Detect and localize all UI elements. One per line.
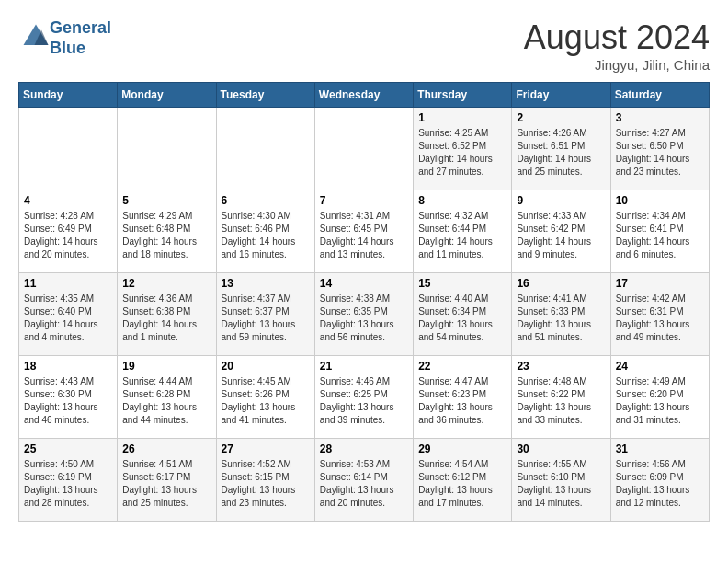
day-info: Sunrise: 4:43 AM Sunset: 6:30 PM Dayligh…	[24, 375, 112, 427]
calendar-cell	[216, 108, 314, 190]
calendar-cell: 21Sunrise: 4:46 AM Sunset: 6:25 PM Dayli…	[314, 356, 413, 439]
day-number: 2	[517, 111, 605, 124]
calendar-cell: 19Sunrise: 4:44 AM Sunset: 6:28 PM Dayli…	[118, 356, 216, 439]
calendar-week-5: 25Sunrise: 4:50 AM Sunset: 6:19 PM Dayli…	[19, 439, 710, 522]
calendar-cell: 4Sunrise: 4:28 AM Sunset: 6:49 PM Daylig…	[19, 190, 118, 273]
day-header-saturday: Saturday	[610, 83, 709, 108]
calendar-cell: 24Sunrise: 4:49 AM Sunset: 6:20 PM Dayli…	[610, 356, 709, 439]
day-header-tuesday: Tuesday	[216, 83, 314, 108]
day-number: 20	[222, 360, 310, 373]
calendar-cell: 28Sunrise: 4:53 AM Sunset: 6:14 PM Dayli…	[314, 439, 413, 522]
calendar-cell: 5Sunrise: 4:29 AM Sunset: 6:48 PM Daylig…	[118, 190, 216, 273]
calendar-cell: 11Sunrise: 4:35 AM Sunset: 6:40 PM Dayli…	[19, 273, 118, 356]
day-number: 4	[24, 194, 112, 207]
day-number: 7	[320, 194, 408, 207]
day-info: Sunrise: 4:45 AM Sunset: 6:26 PM Dayligh…	[222, 375, 310, 427]
day-number: 19	[122, 360, 210, 373]
day-number: 14	[320, 277, 408, 290]
day-info: Sunrise: 4:40 AM Sunset: 6:34 PM Dayligh…	[418, 293, 506, 344]
day-number: 9	[517, 194, 605, 207]
day-number: 28	[320, 442, 408, 455]
title-block: August 2024 Jingyu, Jilin, China	[524, 18, 710, 73]
day-info: Sunrise: 4:31 AM Sunset: 6:45 PM Dayligh…	[320, 210, 408, 261]
calendar-cell: 30Sunrise: 4:55 AM Sunset: 6:10 PM Dayli…	[512, 439, 610, 522]
day-header-monday: Monday	[118, 83, 216, 108]
day-number: 22	[418, 360, 506, 373]
day-number: 31	[616, 442, 704, 455]
calendar-cell	[19, 108, 118, 190]
calendar-cell: 15Sunrise: 4:40 AM Sunset: 6:34 PM Dayli…	[414, 273, 512, 356]
day-info: Sunrise: 4:56 AM Sunset: 6:09 PM Dayligh…	[616, 458, 704, 510]
day-header-friday: Friday	[512, 83, 610, 108]
calendar-week-2: 4Sunrise: 4:28 AM Sunset: 6:49 PM Daylig…	[19, 190, 710, 273]
calendar-table: SundayMondayTuesdayWednesdayThursdayFrid…	[18, 82, 710, 522]
calendar-cell: 1Sunrise: 4:25 AM Sunset: 6:52 PM Daylig…	[414, 108, 512, 190]
calendar-body: 1Sunrise: 4:25 AM Sunset: 6:52 PM Daylig…	[19, 108, 710, 522]
logo: General Blue	[18, 18, 111, 58]
day-header-wednesday: Wednesday	[314, 83, 413, 108]
day-info: Sunrise: 4:27 AM Sunset: 6:50 PM Dayligh…	[616, 127, 704, 178]
day-number: 11	[24, 277, 112, 290]
day-info: Sunrise: 4:48 AM Sunset: 6:22 PM Dayligh…	[517, 375, 605, 427]
calendar-header-row: SundayMondayTuesdayWednesdayThursdayFrid…	[19, 83, 710, 108]
day-number: 5	[122, 194, 210, 207]
day-number: 24	[616, 360, 704, 373]
calendar-cell: 26Sunrise: 4:51 AM Sunset: 6:17 PM Dayli…	[118, 439, 216, 522]
calendar-cell: 25Sunrise: 4:50 AM Sunset: 6:19 PM Dayli…	[19, 439, 118, 522]
day-number: 16	[517, 277, 605, 290]
calendar-cell: 23Sunrise: 4:48 AM Sunset: 6:22 PM Dayli…	[512, 356, 610, 439]
day-number: 8	[418, 194, 506, 207]
day-number: 3	[616, 111, 704, 124]
day-number: 13	[222, 277, 310, 290]
day-info: Sunrise: 4:52 AM Sunset: 6:15 PM Dayligh…	[222, 458, 310, 510]
calendar-cell: 6Sunrise: 4:30 AM Sunset: 6:46 PM Daylig…	[216, 190, 314, 273]
month-title: August 2024	[524, 18, 710, 57]
day-info: Sunrise: 4:54 AM Sunset: 6:12 PM Dayligh…	[418, 458, 506, 510]
calendar-week-1: 1Sunrise: 4:25 AM Sunset: 6:52 PM Daylig…	[19, 108, 710, 190]
day-info: Sunrise: 4:49 AM Sunset: 6:20 PM Dayligh…	[616, 375, 704, 427]
day-info: Sunrise: 4:34 AM Sunset: 6:41 PM Dayligh…	[616, 210, 704, 261]
day-info: Sunrise: 4:37 AM Sunset: 6:37 PM Dayligh…	[222, 293, 310, 344]
day-info: Sunrise: 4:53 AM Sunset: 6:14 PM Dayligh…	[320, 458, 408, 510]
calendar-cell: 16Sunrise: 4:41 AM Sunset: 6:33 PM Dayli…	[512, 273, 610, 356]
day-info: Sunrise: 4:51 AM Sunset: 6:17 PM Dayligh…	[122, 458, 210, 510]
day-number: 23	[517, 360, 605, 373]
day-number: 6	[222, 194, 310, 207]
calendar-cell: 7Sunrise: 4:31 AM Sunset: 6:45 PM Daylig…	[314, 190, 413, 273]
location: Jingyu, Jilin, China	[524, 57, 710, 73]
day-info: Sunrise: 4:29 AM Sunset: 6:48 PM Dayligh…	[122, 210, 210, 261]
day-number: 30	[517, 442, 605, 455]
day-info: Sunrise: 4:46 AM Sunset: 6:25 PM Dayligh…	[320, 375, 408, 427]
day-info: Sunrise: 4:35 AM Sunset: 6:40 PM Dayligh…	[24, 293, 112, 344]
calendar-cell: 18Sunrise: 4:43 AM Sunset: 6:30 PM Dayli…	[19, 356, 118, 439]
day-info: Sunrise: 4:32 AM Sunset: 6:44 PM Dayligh…	[418, 210, 506, 261]
day-number: 17	[616, 277, 704, 290]
day-info: Sunrise: 4:41 AM Sunset: 6:33 PM Dayligh…	[517, 293, 605, 344]
calendar-cell: 14Sunrise: 4:38 AM Sunset: 6:35 PM Dayli…	[314, 273, 413, 356]
calendar-cell: 29Sunrise: 4:54 AM Sunset: 6:12 PM Dayli…	[414, 439, 512, 522]
calendar-cell: 17Sunrise: 4:42 AM Sunset: 6:31 PM Dayli…	[610, 273, 709, 356]
day-number: 1	[418, 111, 506, 124]
calendar-cell: 3Sunrise: 4:27 AM Sunset: 6:50 PM Daylig…	[610, 108, 709, 190]
day-header-sunday: Sunday	[19, 83, 118, 108]
calendar-cell	[118, 108, 216, 190]
day-info: Sunrise: 4:26 AM Sunset: 6:51 PM Dayligh…	[517, 127, 605, 178]
calendar-cell: 8Sunrise: 4:32 AM Sunset: 6:44 PM Daylig…	[414, 190, 512, 273]
day-number: 21	[320, 360, 408, 373]
calendar-cell: 10Sunrise: 4:34 AM Sunset: 6:41 PM Dayli…	[610, 190, 709, 273]
calendar-cell: 2Sunrise: 4:26 AM Sunset: 6:51 PM Daylig…	[512, 108, 610, 190]
day-number: 12	[122, 277, 210, 290]
day-info: Sunrise: 4:25 AM Sunset: 6:52 PM Dayligh…	[418, 127, 506, 178]
logo-icon	[22, 23, 50, 51]
day-number: 26	[122, 442, 210, 455]
calendar-cell: 13Sunrise: 4:37 AM Sunset: 6:37 PM Dayli…	[216, 273, 314, 356]
day-info: Sunrise: 4:42 AM Sunset: 6:31 PM Dayligh…	[616, 293, 704, 344]
day-info: Sunrise: 4:44 AM Sunset: 6:28 PM Dayligh…	[122, 375, 210, 427]
day-info: Sunrise: 4:33 AM Sunset: 6:42 PM Dayligh…	[517, 210, 605, 261]
day-header-thursday: Thursday	[414, 83, 512, 108]
day-info: Sunrise: 4:50 AM Sunset: 6:19 PM Dayligh…	[24, 458, 112, 510]
day-info: Sunrise: 4:55 AM Sunset: 6:10 PM Dayligh…	[517, 458, 605, 510]
calendar-cell: 31Sunrise: 4:56 AM Sunset: 6:09 PM Dayli…	[610, 439, 709, 522]
page-header: General Blue August 2024 Jingyu, Jilin, …	[18, 18, 710, 73]
calendar-cell: 27Sunrise: 4:52 AM Sunset: 6:15 PM Dayli…	[216, 439, 314, 522]
